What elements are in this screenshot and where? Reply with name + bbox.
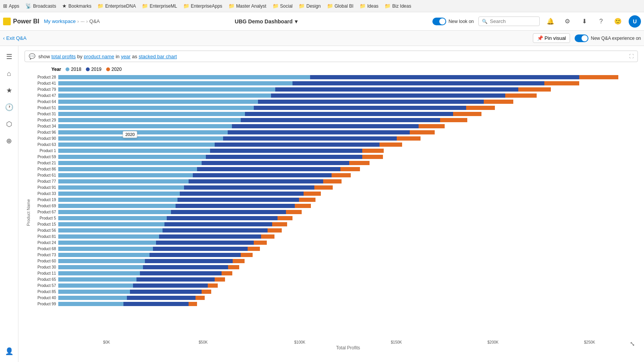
bar-segments[interactable] (58, 161, 370, 165)
qa-actions: 📌 Pin visual New Q&A experience on (533, 33, 641, 43)
bar-segments[interactable] (58, 155, 383, 159)
seg-2019 (215, 143, 380, 147)
bookmarks-social[interactable]: 📁 Social (273, 3, 293, 9)
bar-segments[interactable] (58, 118, 467, 122)
bookmarks-design[interactable]: 📁 Design (299, 3, 320, 9)
seg-2019 (150, 253, 241, 257)
apps-bm-icon: ⊞ (3, 3, 7, 9)
bar-segments[interactable] (58, 136, 421, 141)
seg-2020 (484, 100, 513, 104)
breadcrumb-workspace[interactable]: My workspace (44, 18, 76, 24)
bookmarks-apps[interactable]: ⊞ Apps (3, 3, 19, 9)
expand-icon[interactable]: ⤡ (630, 340, 635, 347)
table-row: Product 99 (32, 301, 638, 306)
bar-segments[interactable] (58, 302, 197, 306)
back-icon: ‹ (3, 35, 5, 41)
bar-segments[interactable] (58, 198, 315, 202)
bar-segments[interactable] (58, 296, 205, 300)
seg-2019 (123, 302, 189, 306)
bookmarks-global-bi[interactable]: 📁 Global BI (327, 3, 353, 9)
sidebar-create-icon[interactable]: ⊕ (2, 133, 17, 149)
dashboard-title-btn[interactable]: UBG Demo Dashboard ▾ (235, 18, 297, 25)
bar-segments[interactable] (58, 228, 282, 233)
bar-segments[interactable] (58, 277, 225, 282)
seg-2018 (58, 253, 150, 257)
bar-segments[interactable] (58, 234, 274, 239)
seg-2018 (58, 87, 275, 92)
bar-segments[interactable] (58, 173, 351, 177)
bookmarks-bookmarks[interactable]: ★ Bookmarks (62, 3, 91, 9)
breadcrumb-ellipsis[interactable]: ··· (80, 18, 85, 24)
legend-dot-2020 (106, 67, 110, 71)
bar-segments[interactable] (58, 290, 211, 294)
help-icon[interactable]: ? (595, 15, 607, 28)
seg-2018 (58, 100, 258, 104)
bar-segments[interactable] (58, 179, 342, 183)
query-input-container[interactable]: 💬 show total profits by product name in … (25, 51, 638, 62)
bar-segments[interactable] (58, 216, 292, 220)
bar-segments[interactable] (58, 87, 551, 92)
bar-segments[interactable] (58, 149, 384, 153)
bar-segments[interactable] (58, 124, 445, 128)
bar-segments[interactable] (58, 253, 253, 257)
bar-segments[interactable] (58, 247, 260, 251)
seg-2020 (323, 179, 342, 183)
seg-2019 (164, 222, 272, 226)
bar-segments[interactable] (58, 106, 495, 110)
pin-visual-button[interactable]: 📌 Pin visual (533, 33, 570, 43)
bar-segments[interactable] (58, 100, 513, 104)
folder-icon-9: 📁 (384, 3, 391, 9)
avatar[interactable]: U (629, 15, 641, 28)
bar-segments[interactable] (58, 204, 311, 208)
notifications-icon[interactable]: 🔔 (544, 15, 557, 28)
bar-segments[interactable] (58, 241, 267, 245)
seg-2019 (159, 234, 261, 239)
bar-segments[interactable] (58, 143, 402, 147)
bar-segments[interactable] (58, 93, 537, 98)
bar-segments[interactable] (58, 222, 287, 226)
nav-logo[interactable]: Power BI (3, 18, 39, 25)
bar-segments[interactable] (58, 112, 481, 116)
bar-segments[interactable] (58, 167, 360, 171)
bar-segments[interactable] (58, 259, 245, 263)
sidebar-recent-icon[interactable]: 🕐 (2, 100, 17, 115)
new-look-toggle[interactable] (432, 18, 446, 25)
bar-segments[interactable] (58, 210, 302, 214)
bookmarks-broadcasts[interactable]: 📡 Broadcasts (25, 3, 56, 9)
new-look-label: New look on (449, 19, 474, 24)
bookmarks-master-analyst[interactable]: 📁 Master Analyst (228, 3, 266, 9)
feedback-icon[interactable]: 🙂 (612, 15, 624, 28)
bookmarks-enterprise-apps[interactable]: 📁 EnterpriseApps (183, 3, 222, 9)
table-row: Product 79 (32, 87, 638, 92)
y-axis-label: Product Name (25, 74, 32, 351)
new-qa-toggle[interactable] (575, 34, 588, 42)
sidebar-menu-button[interactable]: ☰ (2, 49, 17, 64)
bar-segments[interactable] (58, 192, 321, 196)
search-box[interactable]: 🔍 (478, 16, 540, 26)
bar-segments[interactable] (58, 75, 618, 79)
seg-2018 (58, 247, 153, 251)
seg-2018 (58, 228, 163, 233)
bar-segments[interactable] (58, 283, 218, 288)
bar-segments[interactable] (58, 185, 333, 190)
main-navbar: Power BI My workspace › ··· › Q&A UBG De… (0, 12, 644, 31)
sidebar-home-icon[interactable]: ⌂ (2, 66, 17, 81)
bookmarks-enterprise-ml[interactable]: 📁 EnterpriseML (142, 3, 177, 9)
bar-segments[interactable] (58, 271, 232, 275)
download-icon[interactable]: ⬇ (578, 15, 590, 28)
bookmarks-ideas[interactable]: 📁 Ideas (360, 3, 378, 9)
sidebar-profile-icon[interactable]: 👤 (2, 344, 17, 359)
settings-icon[interactable]: ⚙ (561, 15, 573, 28)
bar-segments[interactable] (58, 265, 239, 269)
bar-segments[interactable] (58, 81, 579, 85)
exit-qa-button[interactable]: ‹ Exit Q&A (3, 35, 26, 41)
sidebar-favorites-icon[interactable]: ★ (2, 83, 17, 98)
bar-segments[interactable] (58, 130, 435, 134)
seg-2019 (197, 167, 340, 171)
bookmarks-enterprise-dna[interactable]: 📁 EnterpriseDNA (97, 3, 136, 9)
sidebar-apps-icon[interactable]: ⬡ (2, 116, 17, 132)
bar-label: Product 56 (32, 228, 58, 233)
breadcrumb-current: Q&A (89, 18, 100, 24)
bookmarks-biz-ideas[interactable]: 📁 Biz Ideas (384, 3, 411, 9)
search-input[interactable] (490, 18, 532, 24)
